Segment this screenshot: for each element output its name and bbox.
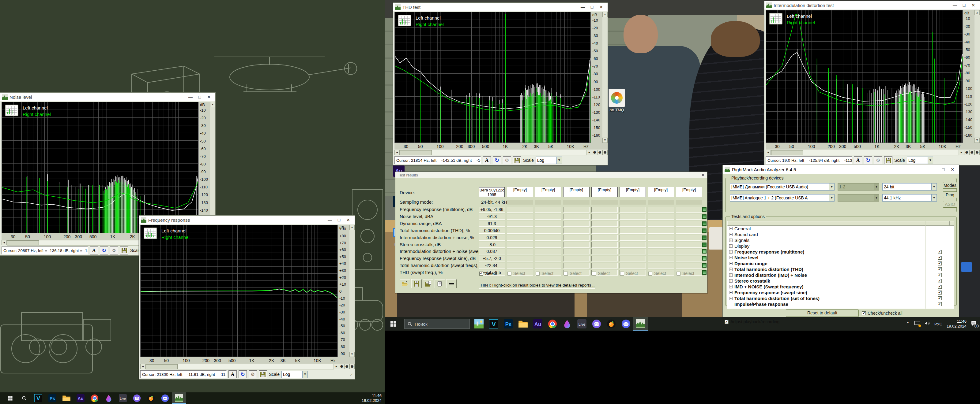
result-value-box[interactable]: 0.00640: [479, 228, 505, 234]
result-empty-box[interactable]: [676, 207, 702, 212]
taskbar-icon-explorer[interactable]: [516, 317, 530, 331]
tree-expand-icon[interactable]: +: [729, 256, 733, 259]
remove-button[interactable]: [446, 279, 457, 288]
titlebar[interactable]: THD test —□✕: [393, 3, 608, 11]
start-button[interactable]: [385, 317, 402, 331]
checkbox-checked[interactable]: ✓: [938, 296, 942, 300]
result-empty-box[interactable]: [591, 242, 618, 248]
checkbox-checked[interactable]: ✓: [938, 302, 942, 306]
checkbox-checked[interactable]: ✓: [938, 250, 942, 254]
device-box-empty[interactable]: [Empty]: [591, 187, 618, 197]
checkbox-unchecked[interactable]: [592, 272, 596, 276]
result-value-box[interactable]: -8.0: [479, 242, 505, 248]
taskbar-icon-audition[interactable]: Au: [73, 392, 88, 404]
resize-grip[interactable]: ⋰: [350, 372, 353, 377]
result-empty-box[interactable]: [620, 228, 646, 234]
tests-tree-item[interactable]: +Total harmonic distortion (set of tones…: [727, 295, 954, 301]
result-empty-box[interactable]: [676, 256, 702, 261]
taskbar-icon-search[interactable]: [17, 392, 31, 404]
settings-button[interactable]: ⚙: [110, 247, 118, 255]
result-empty-box[interactable]: [591, 256, 618, 261]
result-empty-box[interactable]: [507, 235, 533, 241]
tests-tree-item[interactable]: +Noise level✓: [727, 255, 954, 261]
tray-cast-icon[interactable]: [914, 321, 920, 327]
checkbox-checked[interactable]: ✓: [938, 285, 942, 289]
detailed-report-icon[interactable]: [702, 270, 706, 275]
titlebar[interactable]: RightMark Audio Analyzer 6.4.5 —□✕: [723, 165, 959, 174]
result-empty-box[interactable]: [620, 221, 646, 227]
maximize-button[interactable]: □: [939, 167, 948, 172]
select-checkbox[interactable]: Select: [564, 271, 582, 276]
result-empty-box[interactable]: [535, 221, 562, 227]
result-value-box[interactable]: +5.7, -2.0: [479, 256, 505, 261]
playback-bits-select[interactable]: 24 bit▼: [882, 183, 937, 190]
close-button[interactable]: ✕: [597, 5, 606, 10]
vertical-scrollbar[interactable]: ▲▼: [210, 102, 215, 233]
result-empty-box[interactable]: [676, 221, 702, 227]
font-button[interactable]: A: [483, 156, 491, 164]
font-button[interactable]: A: [90, 247, 98, 255]
result-empty-box[interactable]: [648, 263, 674, 269]
result-empty-box[interactable]: [507, 263, 533, 269]
titlebar[interactable]: Frequency response —□✕: [139, 215, 355, 224]
tests-tree-item[interactable]: +Frequency response (multitone)✓: [727, 249, 954, 255]
taskbar-icon-flstudio[interactable]: [144, 392, 158, 404]
tray-notifications-icon[interactable]: 1: [971, 320, 977, 327]
tests-tree-item[interactable]: Impulse/Phase response✓: [727, 301, 954, 307]
left-taskbar-clock-area[interactable]: 11:46 19.02.2024: [362, 392, 385, 404]
save-button[interactable]: [513, 156, 521, 164]
sample-rate-select[interactable]: 44.1 kHz▼: [882, 194, 937, 201]
tree-expand-icon[interactable]: +: [729, 285, 733, 288]
tree-expand-icon[interactable]: +: [729, 262, 733, 265]
result-value-box[interactable]: -22.84, -76.03: [479, 263, 505, 269]
tree-expand-icon[interactable]: +: [729, 244, 733, 248]
result-empty-box[interactable]: [648, 242, 674, 248]
scale-select[interactable]: Log▼: [907, 157, 933, 164]
detailed-report-icon[interactable]: [702, 208, 706, 212]
result-empty-box[interactable]: [620, 207, 646, 212]
taskbar-icon-audition[interactable]: Au: [530, 317, 545, 331]
checkbox-checked[interactable]: ✓: [479, 272, 483, 276]
result-empty-box[interactable]: [648, 256, 674, 261]
settings-button[interactable]: ⚙: [503, 156, 511, 164]
adjust-playback-recording[interactable]: ✓Adjust playback/recording: [725, 319, 780, 324]
vertical-scrollbar[interactable]: ▲▼: [602, 12, 608, 143]
result-value-box[interactable]: +6.05, -1.86: [479, 207, 505, 212]
tests-tree-item[interactable]: +Total harmonic distortion (THD)✓: [727, 266, 954, 272]
result-empty-box[interactable]: [507, 242, 533, 248]
result-empty-box[interactable]: [648, 249, 674, 255]
checkbox-checked[interactable]: ✓: [938, 256, 942, 260]
checkbox-unchecked[interactable]: [676, 272, 681, 276]
result-value-box[interactable]: 91.3: [479, 221, 505, 227]
result-empty-box[interactable]: [648, 214, 674, 220]
device-box-empty[interactable]: [Empty]: [563, 187, 590, 197]
tests-tree-item[interactable]: +Sound card: [727, 231, 954, 237]
result-empty-box[interactable]: [535, 242, 562, 248]
tests-tree-list[interactable]: +General+Sound card+Signals+Display+Freq…: [727, 221, 954, 309]
close-button[interactable]: ✕: [204, 95, 213, 100]
result-empty-box[interactable]: [507, 256, 533, 261]
report-button[interactable]: [434, 279, 445, 288]
result-empty-box[interactable]: [563, 214, 590, 220]
select-checkbox[interactable]: ✓Select: [479, 271, 497, 276]
tray-chevron-up-icon[interactable]: ⌃: [906, 321, 910, 326]
save-button[interactable]: [884, 156, 892, 164]
taskbar-icon-rmaa[interactable]: [172, 392, 186, 404]
select-checkbox[interactable]: Select: [648, 271, 666, 276]
close-button[interactable]: ✕: [344, 217, 353, 222]
checkbox-checked[interactable]: ✓: [938, 279, 942, 283]
result-empty-box[interactable]: [507, 221, 533, 227]
result-empty-box[interactable]: [535, 207, 562, 212]
taskbar-icon-chrome[interactable]: [88, 392, 102, 404]
taskbar-search-box[interactable]: Поиск: [404, 319, 470, 329]
titlebar[interactable]: Intermodulation distortion test —□✕: [764, 1, 980, 10]
result-empty-box[interactable]: [507, 249, 533, 255]
noise-spectrum-plot[interactable]: Left channelRight channel: [2, 102, 199, 233]
result-empty-box[interactable]: [591, 207, 618, 212]
tray-speaker-icon[interactable]: [924, 321, 930, 327]
result-empty-box[interactable]: [535, 256, 562, 261]
result-empty-box[interactable]: [563, 256, 590, 261]
result-empty-box[interactable]: [676, 249, 702, 255]
result-empty-box[interactable]: [563, 207, 590, 212]
result-empty-box[interactable]: [507, 228, 533, 234]
